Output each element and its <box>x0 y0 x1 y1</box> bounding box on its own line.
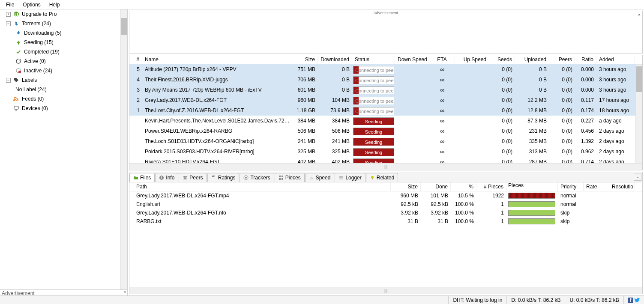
torrent-row[interactable]: Kevin.Hart.Presents.The.Next.Level.S01E0… <box>129 116 642 126</box>
file-row[interactable]: Grey.Lady.2017.WEB-DL.x264-FGT.mp4960 MB… <box>129 191 642 200</box>
menu-options[interactable]: Options <box>18 1 45 9</box>
tab-speed[interactable]: Speed <box>305 173 335 182</box>
files-header[interactable]: Path Size Done % # Pieces Pieces Priorit… <box>129 182 642 191</box>
svg-point-2 <box>18 71 21 73</box>
col-downspeed[interactable]: Down Speed <box>395 55 429 64</box>
col-ratio[interactable]: Ratio <box>575 55 596 64</box>
col-peers[interactable]: Peers <box>549 55 575 64</box>
sidebar-active[interactable]: Active (0) <box>0 57 127 66</box>
svg-point-8 <box>185 176 187 178</box>
svg-point-7 <box>183 176 185 178</box>
tab-info[interactable]: iInfo <box>155 173 178 182</box>
detail-tabs: Files iInfo Peers Ratings Trackers Piece… <box>129 172 643 182</box>
sidebar-torrents[interactable]: − Torrents (24) <box>0 19 127 28</box>
tab-files[interactable]: Files <box>129 173 155 182</box>
fcol-done[interactable]: Done <box>421 182 451 191</box>
twitter-icon[interactable] <box>635 298 640 303</box>
torrent-row[interactable]: Power.S04E01.WEBRip.x264-RARBG506 MB506 … <box>129 126 642 136</box>
active-icon <box>15 58 21 64</box>
col-downloaded[interactable]: Downloaded <box>318 55 352 64</box>
status-down: D: 0.0 kB/s T: 86.2 kB <box>506 296 565 304</box>
facebook-icon[interactable]: f <box>628 298 633 303</box>
col-status[interactable]: Status <box>352 55 395 64</box>
col-added[interactable]: Added <box>596 55 635 64</box>
sidebar-feeds[interactable]: Feeds (0) <box>0 94 127 104</box>
tab-trackers[interactable]: Trackers <box>240 173 274 182</box>
sidebar-label: Upgrade to Pro <box>22 11 57 17</box>
grid-icon <box>279 175 284 180</box>
fcol-pieces[interactable]: Pieces <box>506 182 558 191</box>
fcol-resolution[interactable]: Resolutio <box>609 182 635 191</box>
sidebar-labels[interactable]: − Labels <box>0 75 127 85</box>
file-row[interactable]: English.srt92.5 kB92.5 kB100.0 %1normal <box>129 200 642 209</box>
col-uploaded[interactable]: Uploaded <box>515 55 549 64</box>
torrent-list-header[interactable]: # Name Size Downloaded Status Down Speed… <box>129 55 642 64</box>
menu-file[interactable]: File <box>2 1 18 9</box>
col-upspeed[interactable]: Up Speed <box>455 55 489 64</box>
torrent-row[interactable]: The.Loch.S01E03.HDTV.x264-ORGANiC[rarbg]… <box>129 136 642 146</box>
torrent-vscroll[interactable] <box>635 65 642 163</box>
sidebar-downloading[interactable]: Downloading (5) <box>0 28 127 38</box>
upload-icon <box>15 39 21 45</box>
sidebar-ad-label: Advertisement × <box>0 289 127 295</box>
collapse-icon[interactable]: − <box>6 21 11 26</box>
bulb-icon <box>370 175 375 180</box>
col-name[interactable]: Name <box>142 55 292 64</box>
tab-ratings[interactable]: Ratings <box>207 173 240 182</box>
ad-banner: Advertisement × <box>129 11 643 54</box>
col-eta[interactable]: ETA <box>429 55 455 64</box>
torrent-row[interactable]: Riviera.S01E10.HDTV.x264-FGT402 MB402 MB… <box>129 157 642 163</box>
close-icon[interactable]: × <box>124 290 126 295</box>
sidebar-label: Inactive (24) <box>24 68 52 74</box>
col-num[interactable]: # <box>129 55 142 64</box>
sidebar-scrollbar[interactable] <box>120 9 127 289</box>
sidebar-devices[interactable]: Devices (0) <box>0 104 127 113</box>
fcol-rate[interactable]: Rate <box>584 182 609 191</box>
torrent-hscroll[interactable]: ||| <box>129 163 642 170</box>
status-dht: DHT: Waiting to log in <box>448 296 506 304</box>
expand-icon[interactable]: + <box>6 12 11 17</box>
fcol-npieces[interactable]: # Pieces <box>476 182 506 191</box>
pieces-bar <box>508 201 555 207</box>
sidebar-inactive[interactable]: Inactive (24) <box>0 66 127 75</box>
fcol-priority[interactable]: Priority <box>558 182 584 191</box>
svg-point-10 <box>245 177 247 179</box>
pieces-bar <box>508 210 555 216</box>
check-icon <box>15 49 21 55</box>
svg-point-15 <box>371 176 374 179</box>
torrent-row[interactable]: 1The.Lost.City.of.Z.2016.WEB-DL.x264-FGT… <box>129 105 642 116</box>
torrent-row[interactable]: 2Grey.Lady.2017.WEB-DL.x264-FGT960 MB104… <box>129 95 642 105</box>
sidebar-label: Labels <box>22 77 37 83</box>
sidebar-nolabel[interactable]: No Label (24) <box>0 85 127 94</box>
sidebar-label: Torrents (24) <box>22 21 51 27</box>
fcol-size[interactable]: Size <box>391 182 421 191</box>
collapse-icon[interactable]: − <box>6 78 11 83</box>
sidebar-completed[interactable]: Completed (19) <box>0 47 127 57</box>
torrent-row[interactable]: 3By Any Means 2017 720p WEBRip 600 MB - … <box>129 85 642 95</box>
flag-icon <box>211 175 216 180</box>
torrent-row[interactable]: 5Altitude (2017) 720p BrRip x264 - VPPV7… <box>129 64 642 75</box>
sidebar-seeding[interactable]: Seeding (15) <box>0 38 127 47</box>
col-seeds[interactable]: Seeds <box>489 55 515 64</box>
tab-logger[interactable]: Logger <box>335 173 365 182</box>
tab-related[interactable]: Related <box>366 173 398 182</box>
torrent-row[interactable]: 4Their.Finest.2016.BRRip.XViD-juggs706 M… <box>129 75 642 85</box>
tab-peers[interactable]: Peers <box>179 173 207 182</box>
torrent-row[interactable]: Poldark.2015.S03E03.HDTV.x264-RiVER[rarb… <box>129 146 642 157</box>
pieces-bar <box>508 218 555 224</box>
pieces-bar <box>508 193 555 199</box>
file-row[interactable]: RARBG.txt31 B31 B100.0 %1skip <box>129 217 642 226</box>
sidebar-label: No Label (24) <box>15 86 47 92</box>
sidebar-upgrade[interactable]: + Upgrade to Pro <box>0 9 127 19</box>
social-icons[interactable]: f <box>623 296 644 304</box>
close-icon[interactable]: × <box>638 12 641 17</box>
fcol-path[interactable]: Path <box>129 182 391 191</box>
files-hscroll[interactable]: ||| <box>129 287 642 294</box>
fcol-pct[interactable]: % <box>451 182 476 191</box>
col-size[interactable]: Size <box>292 55 318 64</box>
file-row[interactable]: Grey.Lady.2017.WEB-DL.x264-FGT.nfo3.92 k… <box>129 209 642 217</box>
tab-overflow[interactable]: ⌄ <box>634 173 641 181</box>
menu-help[interactable]: Help <box>45 1 64 9</box>
status-up: U: 0.0 kB/s T: 86.2 kB <box>565 296 623 304</box>
tab-pieces[interactable]: Pieces <box>275 173 305 182</box>
